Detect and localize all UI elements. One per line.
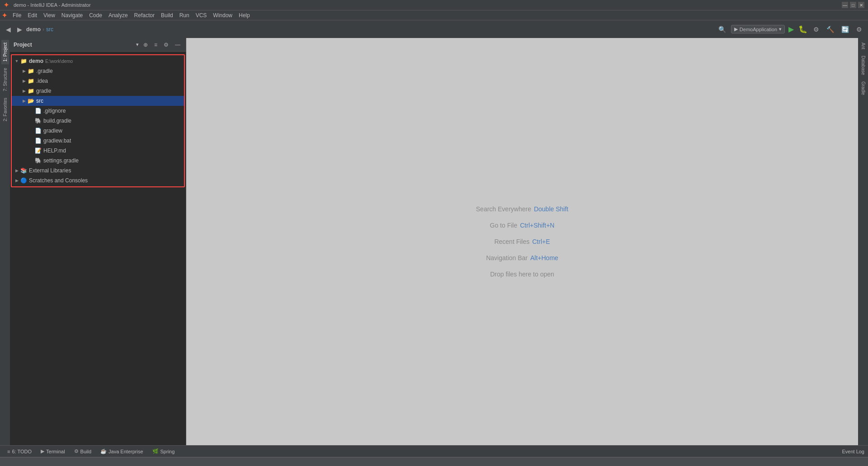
scroll-to-source-button[interactable]: ⊕ bbox=[142, 41, 150, 49]
menu-analyze[interactable]: Analyze bbox=[106, 11, 131, 19]
bottom-tab-java-enterprise[interactable]: ☕ Java Enterprise bbox=[97, 447, 146, 455]
scratches-icon: 🔵 bbox=[20, 177, 27, 184]
menu-view[interactable]: View bbox=[41, 11, 58, 19]
right-tabs: Ant Database Gradle bbox=[858, 38, 868, 445]
tab-gradle[interactable]: Gradle bbox=[859, 79, 867, 98]
breadcrumb: demo › src bbox=[26, 26, 53, 33]
hint-navigation-bar: Navigation Bar Alt+Home bbox=[486, 254, 558, 262]
menu-refactor[interactable]: Refactor bbox=[132, 11, 157, 19]
more-actions-button[interactable]: ⚙ bbox=[811, 24, 821, 34]
bottom-tab-terminal[interactable]: ▶ Terminal bbox=[37, 447, 69, 455]
ext-lib-icon: 📚 bbox=[20, 167, 27, 174]
run-config-icon: ▶ bbox=[734, 26, 738, 32]
menu-help[interactable]: Help bbox=[236, 11, 253, 19]
src-label: src bbox=[36, 98, 43, 104]
tab-structure[interactable]: 7: Structure bbox=[1, 65, 9, 94]
gradle-folder-icon: 📁 bbox=[27, 67, 34, 75]
maximize-button[interactable]: □ bbox=[850, 2, 856, 8]
settings-button[interactable]: ⚙ bbox=[854, 24, 864, 34]
run-config-label: DemoApplication bbox=[740, 27, 777, 32]
todo-icon: ≡ bbox=[7, 449, 10, 454]
gradlew-bat-label: gradlew.bat bbox=[43, 138, 71, 144]
gradlew-bat-icon: 📄 bbox=[34, 137, 42, 144]
app-logo-menu: ✦ bbox=[2, 12, 7, 19]
gitignore-label: .gitignore bbox=[43, 108, 66, 114]
run-button[interactable]: ▶ bbox=[788, 24, 795, 34]
event-log-button[interactable]: Event Log bbox=[842, 449, 864, 454]
gradlew-icon: 📄 bbox=[34, 127, 42, 134]
run-config-dropdown-icon: ▾ bbox=[779, 26, 782, 32]
toolbar-right: 🔍 ▶ DemoApplication ▾ ▶ 🐛 ⚙ 🔨 🔄 ⚙ bbox=[716, 24, 864, 34]
idea-label: .idea bbox=[36, 78, 48, 84]
collapse-all-button[interactable]: ≡ bbox=[152, 41, 159, 49]
debug-button[interactable]: 🐛 bbox=[797, 24, 808, 34]
scratches-arrow: ▶ bbox=[14, 178, 20, 183]
update-button[interactable]: 🔄 bbox=[839, 24, 851, 34]
hint-search-shortcut: Double Shift bbox=[534, 205, 568, 213]
run-configuration[interactable]: ▶ DemoApplication ▾ bbox=[731, 25, 785, 33]
hint-nav-label: Navigation Bar bbox=[486, 254, 528, 262]
menu-run[interactable]: Run bbox=[177, 11, 192, 19]
menu-code[interactable]: Code bbox=[86, 11, 105, 19]
bottom-bar: ≡ 6: TODO ▶ Terminal ⚙ Build ☕ Java Ente… bbox=[0, 445, 868, 457]
title-bar-controls: — □ ✕ bbox=[842, 2, 864, 8]
tree-item-build-gradle[interactable]: 🐘 build.gradle bbox=[12, 116, 184, 126]
ext-lib-arrow: ▶ bbox=[14, 168, 20, 173]
menu-build[interactable]: Build bbox=[158, 11, 176, 19]
tree-item-gradle-hidden[interactable]: ▶ 📁 .gradle bbox=[12, 66, 184, 76]
menu-window[interactable]: Window bbox=[210, 11, 235, 19]
panel-settings-button[interactable]: ⚙ bbox=[162, 41, 170, 49]
hint-goto-file: Go to File Ctrl+Shift+N bbox=[490, 222, 555, 229]
close-button[interactable]: ✕ bbox=[858, 2, 864, 8]
gradlew-label: gradlew bbox=[43, 128, 62, 134]
build-label: Build bbox=[80, 449, 91, 454]
build-button[interactable]: 🔨 bbox=[824, 24, 836, 34]
nav-forward-button[interactable]: ▶ bbox=[15, 24, 24, 34]
bottom-tab-spring[interactable]: 🌿 Spring bbox=[149, 447, 179, 455]
terminal-label: Terminal bbox=[46, 449, 65, 454]
breadcrumb-separator: › bbox=[42, 26, 44, 33]
help-md-icon: 📝 bbox=[34, 147, 42, 154]
tree-item-gradlew-bat[interactable]: 📄 gradlew.bat bbox=[12, 136, 184, 146]
search-everywhere-button[interactable]: 🔍 bbox=[716, 24, 728, 34]
menu-vcs[interactable]: VCS bbox=[193, 11, 210, 19]
tab-project[interactable]: 1: Project bbox=[1, 40, 9, 64]
root-arrow: ▼ bbox=[14, 59, 20, 63]
tree-item-external-libraries[interactable]: ▶ 📚 External Libraries bbox=[12, 166, 184, 176]
minimize-button[interactable]: — bbox=[842, 2, 848, 8]
tab-database[interactable]: Database bbox=[859, 53, 867, 78]
menu-file[interactable]: File bbox=[10, 11, 24, 19]
tree-item-gitignore[interactable]: 📄 .gitignore bbox=[12, 106, 184, 116]
tree-item-settings-gradle[interactable]: 🐘 settings.gradle bbox=[12, 156, 184, 166]
tab-favorites[interactable]: 2: Favorites bbox=[1, 95, 9, 124]
tree-item-help-md[interactable]: 📝 HELP.md bbox=[12, 146, 184, 156]
spring-icon: 🌿 bbox=[152, 448, 159, 454]
bottom-tab-todo[interactable]: ≡ 6: TODO bbox=[4, 448, 35, 455]
bottom-tab-build[interactable]: ⚙ Build bbox=[71, 447, 95, 455]
nav-back-button[interactable]: ◀ bbox=[4, 24, 13, 34]
tree-item-src[interactable]: ▶ 📂 src bbox=[12, 96, 184, 106]
hint-recent-label: Recent Files bbox=[494, 238, 529, 245]
breadcrumb-project[interactable]: demo bbox=[26, 26, 41, 33]
menu-navigate[interactable]: Navigate bbox=[59, 11, 85, 19]
gradle-folder2-icon: 📁 bbox=[27, 87, 34, 95]
tree-item-idea[interactable]: ▶ 📁 .idea bbox=[12, 76, 184, 86]
scratches-label: Scratches and Consoles bbox=[29, 177, 88, 184]
project-tree: ▼ 📁 demo E:\work\demo ▶ 📁 .gradle ▶ 📁 .i… bbox=[10, 52, 186, 445]
tree-item-gradle[interactable]: ▶ 📁 gradle bbox=[12, 86, 184, 96]
breadcrumb-folder[interactable]: src bbox=[46, 26, 53, 33]
tree-content-border: ▼ 📁 demo E:\work\demo ▶ 📁 .gradle ▶ 📁 .i… bbox=[11, 54, 185, 187]
tree-item-gradlew[interactable]: 📄 gradlew bbox=[12, 126, 184, 136]
build-gradle-icon: 🐘 bbox=[34, 117, 42, 124]
spring-label: Spring bbox=[160, 449, 175, 454]
project-dropdown-button[interactable]: ▾ bbox=[136, 42, 139, 48]
hint-goto-shortcut: Ctrl+Shift+N bbox=[520, 222, 554, 229]
terminal-icon: ▶ bbox=[41, 448, 44, 454]
tree-item-scratches-consoles[interactable]: ▶ 🔵 Scratches and Consoles bbox=[12, 176, 184, 185]
tab-ant[interactable]: Ant bbox=[859, 40, 867, 52]
hide-panel-button[interactable]: — bbox=[173, 41, 182, 49]
gradle-arrow: ▶ bbox=[21, 69, 27, 73]
tree-root-demo[interactable]: ▼ 📁 demo E:\work\demo bbox=[12, 56, 184, 66]
editor-area: Search Everywhere Double Shift Go to Fil… bbox=[186, 38, 858, 445]
menu-edit[interactable]: Edit bbox=[25, 11, 40, 19]
